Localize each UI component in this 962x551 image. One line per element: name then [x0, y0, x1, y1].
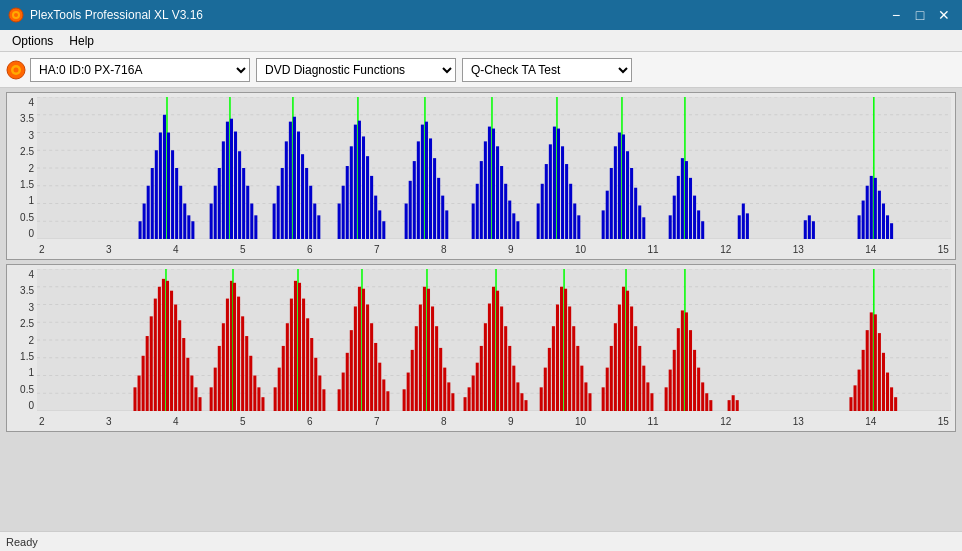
svg-rect-71 — [413, 161, 416, 239]
svg-rect-259 — [602, 387, 605, 411]
svg-rect-283 — [701, 382, 704, 411]
svg-rect-237 — [496, 291, 499, 411]
svg-rect-164 — [174, 305, 177, 412]
svg-rect-108 — [610, 168, 613, 239]
svg-rect-31 — [214, 186, 217, 239]
svg-rect-253 — [568, 306, 571, 411]
svg-rect-179 — [237, 297, 240, 411]
svg-rect-156 — [146, 336, 149, 411]
svg-rect-234 — [488, 304, 491, 411]
svg-rect-84 — [484, 141, 487, 239]
svg-rect-43 — [273, 204, 276, 240]
svg-rect-124 — [689, 178, 692, 239]
svg-rect-52 — [305, 168, 308, 239]
svg-rect-218 — [419, 305, 422, 412]
svg-rect-38 — [238, 151, 241, 239]
svg-rect-279 — [685, 312, 688, 411]
svg-rect-272 — [650, 393, 653, 411]
svg-rect-248 — [552, 326, 555, 411]
svg-rect-125 — [693, 196, 696, 239]
svg-rect-197 — [314, 358, 317, 411]
svg-rect-244 — [524, 400, 527, 411]
svg-rect-104 — [573, 204, 576, 240]
svg-rect-162 — [166, 281, 169, 411]
svg-rect-36 — [230, 119, 233, 239]
svg-rect-262 — [614, 323, 617, 411]
svg-rect-187 — [278, 368, 281, 411]
svg-rect-219 — [423, 287, 426, 411]
svg-rect-82 — [476, 184, 479, 239]
svg-rect-160 — [162, 279, 165, 411]
svg-rect-247 — [548, 348, 551, 411]
svg-rect-26 — [179, 186, 182, 239]
svg-rect-269 — [638, 346, 641, 411]
svg-rect-101 — [561, 146, 564, 239]
svg-rect-292 — [862, 350, 865, 411]
svg-rect-116 — [638, 205, 641, 239]
svg-rect-121 — [681, 158, 684, 239]
svg-rect-202 — [346, 353, 349, 411]
svg-rect-229 — [468, 387, 471, 411]
svg-rect-288 — [736, 400, 739, 411]
svg-rect-281 — [693, 350, 696, 411]
svg-rect-135 — [862, 201, 865, 239]
svg-rect-185 — [261, 397, 264, 411]
svg-rect-255 — [576, 346, 579, 411]
svg-rect-256 — [580, 366, 583, 411]
device-section: HA:0 ID:0 PX-716A — [6, 58, 250, 82]
maximize-button[interactable]: □ — [910, 5, 930, 25]
svg-rect-200 — [338, 389, 341, 411]
status-text: Ready — [6, 536, 38, 548]
svg-rect-297 — [878, 333, 881, 411]
device-select[interactable]: HA:0 ID:0 PX-716A — [30, 58, 250, 82]
svg-rect-15 — [139, 221, 142, 239]
svg-rect-64 — [366, 156, 369, 239]
svg-rect-221 — [427, 289, 430, 411]
svg-rect-166 — [182, 338, 185, 411]
svg-rect-274 — [669, 370, 672, 411]
svg-rect-41 — [250, 204, 253, 240]
svg-rect-53 — [309, 186, 312, 239]
svg-rect-65 — [370, 176, 373, 239]
svg-rect-231 — [476, 363, 479, 411]
top-chart-area — [37, 97, 951, 239]
svg-rect-189 — [286, 323, 289, 411]
top-chart-svg — [37, 97, 951, 239]
svg-rect-123 — [685, 161, 688, 239]
svg-rect-277 — [681, 310, 684, 411]
svg-rect-193 — [298, 283, 301, 411]
function-select[interactable]: DVD Diagnostic Functions — [256, 58, 456, 82]
svg-rect-98 — [553, 127, 556, 239]
svg-rect-194 — [302, 299, 305, 411]
menu-options[interactable]: Options — [4, 32, 61, 50]
svg-rect-174 — [222, 323, 225, 411]
close-button[interactable]: ✕ — [934, 5, 954, 25]
svg-rect-254 — [572, 326, 575, 411]
minimize-button[interactable]: − — [886, 5, 906, 25]
svg-rect-264 — [622, 287, 625, 411]
svg-rect-93 — [516, 221, 519, 239]
svg-rect-184 — [257, 387, 260, 411]
svg-rect-69 — [405, 204, 408, 240]
svg-rect-67 — [378, 210, 381, 239]
svg-rect-40 — [246, 186, 249, 239]
svg-rect-289 — [849, 397, 852, 411]
svg-rect-79 — [441, 196, 444, 239]
test-select[interactable]: Q-Check TA Test — [462, 58, 632, 82]
svg-rect-118 — [669, 215, 672, 239]
svg-rect-130 — [746, 213, 749, 239]
menu-help[interactable]: Help — [61, 32, 102, 50]
svg-rect-186 — [274, 387, 277, 411]
svg-rect-133 — [812, 221, 815, 239]
svg-rect-107 — [606, 191, 609, 239]
svg-rect-119 — [673, 196, 676, 239]
bottom-chart-x-axis: 2 3 4 5 6 7 8 9 10 11 12 13 14 15 — [37, 411, 951, 431]
svg-rect-89 — [500, 166, 503, 239]
svg-rect-158 — [154, 299, 157, 411]
svg-rect-85 — [488, 127, 491, 239]
svg-rect-114 — [630, 168, 633, 239]
svg-rect-227 — [451, 393, 454, 411]
svg-rect-102 — [565, 164, 568, 239]
svg-rect-291 — [858, 370, 861, 411]
svg-rect-199 — [322, 389, 325, 411]
